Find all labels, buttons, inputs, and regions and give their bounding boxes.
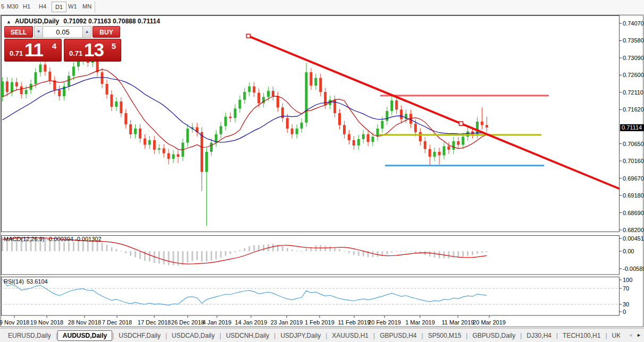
timeframe-button-m30[interactable]: M30 (7, 3, 18, 10)
sell-price-pipette: 4 (52, 41, 56, 50)
chart-tab-sp500[interactable]: SP500,M15 (423, 330, 466, 341)
sell-button[interactable]: SELL (4, 26, 33, 38)
chart-tab-audusd[interactable]: AUDUSD,Daily (57, 330, 112, 341)
current-price-badge: 0.71114 (620, 124, 644, 131)
chart-tab-tech100[interactable]: TECH100,H1 (558, 330, 605, 341)
date-axis-label: 4 Jan 2019 (198, 319, 236, 326)
timeframe-button-mn[interactable]: MN (82, 3, 91, 10)
chart-tab-uk100[interactable]: UK100,H1 (607, 330, 620, 341)
macd-name: MACD(12,26,9) (4, 236, 44, 242)
sell-price-prefix: 0.71 (10, 49, 23, 57)
lot-increase-button[interactable]: ▲ (82, 26, 91, 38)
chart-tab-gbpusd[interactable]: GBPUSD,H4 (375, 330, 421, 341)
tab-scroll-arrows: ◄► (628, 332, 641, 338)
date-axis-label: 17 Dec 2018 (136, 319, 173, 326)
chart-tab-xauusd[interactable]: XAUUSD,H1 (327, 330, 373, 341)
buy-price-button[interactable]: 0.71 13 5 (64, 39, 121, 62)
date-axis-label: 1 Mar 2019 (402, 319, 439, 326)
slow-ma-line (3, 78, 487, 142)
trendline-handle[interactable] (459, 122, 463, 125)
rsi-line (3, 279, 487, 305)
rsi-value: 53.6104 (27, 278, 48, 285)
date-axis-label: 14 Jan 2019 (232, 319, 270, 326)
chart-tab-bar: EURUSD,Daily|AUDUSD,Daily|USDCHF,Daily|U… (0, 328, 644, 342)
date-axis-label: 1 Feb 2019 (301, 319, 338, 326)
collapse-triangle-icon[interactable]: ▲ (6, 19, 11, 24)
toolbar-separator (95, 1, 95, 13)
timeframe-button-h1[interactable]: H1 (23, 3, 30, 10)
chart-symbol: AUDUSD,Daily (15, 18, 59, 25)
date-axis-label: 20 Feb 2019 (366, 319, 403, 326)
trendline-handle[interactable] (247, 34, 250, 38)
chart-tab-eurusd[interactable]: EURUSD,Daily (3, 330, 56, 341)
timeframe-button-h4[interactable]: H4 (39, 3, 46, 10)
rsi-plot-border (2, 277, 620, 316)
fast-ma-line (3, 70, 487, 150)
date-axis-label: 23 Jan 2019 (268, 319, 305, 326)
buy-price-prefix: 0.71 (69, 49, 82, 57)
chart-tab-dj30[interactable]: DJ30,H4 (522, 330, 556, 341)
sell-price-big-digits: 11 (24, 39, 43, 61)
tab-scroll-left-icon[interactable]: ◄ (628, 332, 633, 338)
date-axis-label: 19 Nov 2018 (28, 319, 65, 326)
timeframe-button-w1[interactable]: W1 (68, 3, 77, 10)
chart-tab-usdchf[interactable]: USDCHF,Daily (114, 330, 165, 341)
chart-tab-usdjpy[interactable]: USDJPY,Daily (275, 330, 325, 341)
chart-ohlc-values: 0.71092 0.71163 0.70888 0.71114 (63, 18, 160, 25)
rsi-indicator-label: RSI(14)53.6104 (4, 278, 51, 285)
date-axis-label: 7 Dec 2018 (98, 319, 136, 326)
one-click-trading-panel: SELL ▼ ▲ BUY 0.71 11 4 0.71 13 5 (4, 26, 121, 62)
timeframe-toolbar: 5M30H1H4D1W1MN (0, 0, 644, 15)
chart-tab-usdcnh[interactable]: USDCNH,Daily (221, 330, 274, 341)
date-axis-label: 28 Nov 2018 (66, 319, 103, 326)
buy-button[interactable]: BUY (93, 26, 120, 38)
buy-price-pipette: 5 (112, 41, 116, 50)
macd-values: -0.000394 -0.001302 (47, 236, 101, 242)
macd-indicator-label: MACD(12,26,9)-0.000394 -0.001302 (4, 236, 104, 242)
chart-tab-usdcad[interactable]: USDCAD,Daily (167, 330, 220, 341)
sell-price-button[interactable]: 0.71 11 4 (4, 39, 62, 62)
chart-title: ▲AUDUSD,Daily0.71092 0.71163 0.70888 0.7… (6, 18, 160, 25)
lot-size-input[interactable] (43, 26, 82, 38)
buy-price-big-digits: 13 (84, 39, 104, 61)
date-axis-label: 20 Mar 2019 (471, 319, 508, 326)
rsi-name: RSI(14) (4, 278, 24, 285)
lot-decrease-button[interactable]: ▼ (34, 26, 43, 38)
timeframe-button-5[interactable]: 5 (1, 3, 4, 10)
tab-scroll-right-icon[interactable]: ► (637, 332, 641, 338)
timeframe-button-d1[interactable]: D1 (52, 2, 66, 12)
chart-tab-gbpusd[interactable]: GBPUSD,Daily (467, 330, 520, 341)
